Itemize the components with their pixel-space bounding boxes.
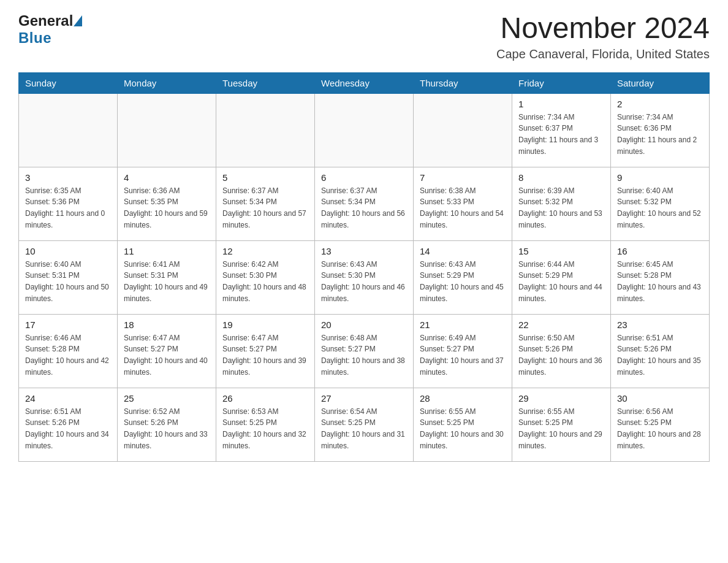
day-number: 13	[321, 246, 407, 256]
calendar-cell: 22Sunrise: 6:50 AMSunset: 5:26 PMDayligh…	[512, 314, 611, 388]
calendar-cell	[118, 93, 216, 167]
calendar-cell: 19Sunrise: 6:47 AMSunset: 5:27 PMDayligh…	[216, 314, 315, 388]
calendar-cell: 6Sunrise: 6:37 AMSunset: 5:34 PMDaylight…	[315, 167, 414, 240]
calendar-cell: 13Sunrise: 6:43 AMSunset: 5:30 PMDayligh…	[315, 240, 414, 314]
day-number: 5	[222, 172, 308, 183]
calendar-cell: 11Sunrise: 6:41 AMSunset: 5:31 PMDayligh…	[118, 240, 216, 314]
header-saturday: Saturday	[611, 72, 710, 93]
day-number: 26	[222, 393, 308, 404]
location-subtitle: Cape Canaveral, Florida, United States	[496, 47, 710, 61]
header-friday: Friday	[512, 72, 611, 93]
calendar-cell	[19, 93, 118, 167]
calendar-cell: 1Sunrise: 7:34 AMSunset: 6:37 PMDaylight…	[512, 93, 611, 167]
calendar-cell: 15Sunrise: 6:44 AMSunset: 5:29 PMDayligh…	[512, 240, 611, 314]
day-number: 22	[518, 320, 604, 330]
logo-blue-text: Blue	[18, 29, 83, 47]
calendar-cell: 18Sunrise: 6:47 AMSunset: 5:27 PMDayligh…	[118, 314, 216, 388]
day-number: 14	[420, 246, 506, 256]
day-number: 8	[518, 172, 604, 183]
logo: General Blue	[18, 12, 83, 46]
calendar-cell	[216, 93, 315, 167]
day-number: 9	[617, 172, 703, 183]
calendar-cell: 4Sunrise: 6:36 AMSunset: 5:35 PMDaylight…	[118, 167, 216, 240]
day-info: Sunrise: 6:35 AMSunset: 5:36 PMDaylight:…	[25, 185, 111, 231]
day-info: Sunrise: 6:36 AMSunset: 5:35 PMDaylight:…	[124, 185, 210, 231]
calendar-cell: 7Sunrise: 6:38 AMSunset: 5:33 PMDaylight…	[414, 167, 512, 240]
day-number: 15	[518, 246, 604, 256]
day-info: Sunrise: 6:37 AMSunset: 5:34 PMDaylight:…	[222, 185, 308, 231]
month-title: November 2024	[496, 12, 710, 45]
day-number: 3	[25, 172, 111, 183]
calendar-cell: 26Sunrise: 6:53 AMSunset: 5:25 PMDayligh…	[216, 388, 315, 461]
calendar-week-row: 3Sunrise: 6:35 AMSunset: 5:36 PMDaylight…	[19, 167, 710, 240]
day-number: 23	[617, 320, 703, 330]
calendar-cell: 25Sunrise: 6:52 AMSunset: 5:26 PMDayligh…	[118, 388, 216, 461]
calendar-cell: 14Sunrise: 6:43 AMSunset: 5:29 PMDayligh…	[414, 240, 512, 314]
day-number: 12	[222, 246, 308, 256]
day-info: Sunrise: 6:56 AMSunset: 5:25 PMDaylight:…	[617, 406, 703, 451]
calendar-cell: 5Sunrise: 6:37 AMSunset: 5:34 PMDaylight…	[216, 167, 315, 240]
day-info: Sunrise: 6:41 AMSunset: 5:31 PMDaylight:…	[124, 259, 210, 304]
calendar-table: Sunday Monday Tuesday Wednesday Thursday…	[18, 72, 710, 462]
day-info: Sunrise: 6:50 AMSunset: 5:26 PMDaylight:…	[518, 332, 604, 378]
day-number: 7	[420, 172, 506, 183]
day-info: Sunrise: 6:42 AMSunset: 5:30 PMDaylight:…	[222, 259, 308, 304]
day-number: 19	[222, 320, 308, 330]
header-sunday: Sunday	[19, 72, 118, 93]
calendar-cell: 3Sunrise: 6:35 AMSunset: 5:36 PMDaylight…	[19, 167, 118, 240]
calendar-cell	[315, 93, 414, 167]
calendar-cell: 17Sunrise: 6:46 AMSunset: 5:28 PMDayligh…	[19, 314, 118, 388]
day-number: 11	[124, 246, 210, 256]
day-info: Sunrise: 6:55 AMSunset: 5:25 PMDaylight:…	[518, 406, 604, 451]
day-info: Sunrise: 6:51 AMSunset: 5:26 PMDaylight:…	[25, 406, 111, 451]
day-number: 18	[124, 320, 210, 330]
header-thursday: Thursday	[414, 72, 512, 93]
calendar-cell: 9Sunrise: 6:40 AMSunset: 5:32 PMDaylight…	[611, 167, 710, 240]
calendar-cell: 27Sunrise: 6:54 AMSunset: 5:25 PMDayligh…	[315, 388, 414, 461]
day-info: Sunrise: 6:38 AMSunset: 5:33 PMDaylight:…	[420, 185, 506, 231]
day-info: Sunrise: 6:46 AMSunset: 5:28 PMDaylight:…	[25, 332, 111, 378]
calendar-week-row: 24Sunrise: 6:51 AMSunset: 5:26 PMDayligh…	[19, 388, 710, 461]
day-info: Sunrise: 6:37 AMSunset: 5:34 PMDaylight:…	[321, 185, 407, 231]
day-number: 24	[25, 393, 111, 404]
calendar-cell: 28Sunrise: 6:55 AMSunset: 5:25 PMDayligh…	[414, 388, 512, 461]
calendar-cell: 24Sunrise: 6:51 AMSunset: 5:26 PMDayligh…	[19, 388, 118, 461]
calendar-cell: 29Sunrise: 6:55 AMSunset: 5:25 PMDayligh…	[512, 388, 611, 461]
calendar-cell: 30Sunrise: 6:56 AMSunset: 5:25 PMDayligh…	[611, 388, 710, 461]
header-row: Sunday Monday Tuesday Wednesday Thursday…	[19, 72, 710, 93]
day-number: 17	[25, 320, 111, 330]
day-number: 30	[617, 393, 703, 404]
day-info: Sunrise: 6:52 AMSunset: 5:26 PMDaylight:…	[124, 406, 210, 451]
calendar-cell: 12Sunrise: 6:42 AMSunset: 5:30 PMDayligh…	[216, 240, 315, 314]
day-info: Sunrise: 6:49 AMSunset: 5:27 PMDaylight:…	[420, 332, 506, 378]
logo-triangle-icon	[74, 15, 82, 26]
day-number: 10	[25, 246, 111, 256]
page-header: General Blue November 2024 Cape Canavera…	[18, 12, 710, 61]
header-monday: Monday	[118, 72, 216, 93]
calendar-cell	[414, 93, 512, 167]
calendar-cell: 16Sunrise: 6:45 AMSunset: 5:28 PMDayligh…	[611, 240, 710, 314]
calendar-week-row: 10Sunrise: 6:40 AMSunset: 5:31 PMDayligh…	[19, 240, 710, 314]
day-info: Sunrise: 6:44 AMSunset: 5:29 PMDaylight:…	[518, 259, 604, 304]
day-number: 21	[420, 320, 506, 330]
calendar-cell: 8Sunrise: 6:39 AMSunset: 5:32 PMDaylight…	[512, 167, 611, 240]
day-number: 27	[321, 393, 407, 404]
day-info: Sunrise: 6:43 AMSunset: 5:29 PMDaylight:…	[420, 259, 506, 304]
day-info: Sunrise: 6:51 AMSunset: 5:26 PMDaylight:…	[617, 332, 703, 378]
calendar-cell: 2Sunrise: 7:34 AMSunset: 6:36 PMDaylight…	[611, 93, 710, 167]
calendar-cell: 23Sunrise: 6:51 AMSunset: 5:26 PMDayligh…	[611, 314, 710, 388]
header-tuesday: Tuesday	[216, 72, 315, 93]
day-info: Sunrise: 6:47 AMSunset: 5:27 PMDaylight:…	[222, 332, 308, 378]
calendar-week-row: 1Sunrise: 7:34 AMSunset: 6:37 PMDaylight…	[19, 93, 710, 167]
day-info: Sunrise: 6:43 AMSunset: 5:30 PMDaylight:…	[321, 259, 407, 304]
day-info: Sunrise: 6:55 AMSunset: 5:25 PMDaylight:…	[420, 406, 506, 451]
day-number: 20	[321, 320, 407, 330]
day-number: 25	[124, 393, 210, 404]
day-info: Sunrise: 6:39 AMSunset: 5:32 PMDaylight:…	[518, 185, 604, 231]
header-wednesday: Wednesday	[315, 72, 414, 93]
calendar-week-row: 17Sunrise: 6:46 AMSunset: 5:28 PMDayligh…	[19, 314, 710, 388]
day-number: 4	[124, 172, 210, 183]
day-number: 16	[617, 246, 703, 256]
day-info: Sunrise: 6:54 AMSunset: 5:25 PMDaylight:…	[321, 406, 407, 451]
day-number: 2	[617, 99, 703, 109]
